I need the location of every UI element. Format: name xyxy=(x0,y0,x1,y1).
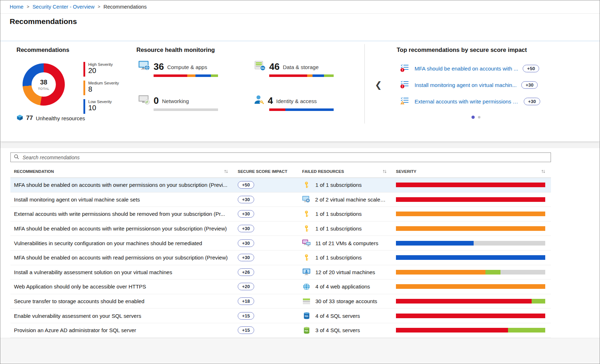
health-label: Identity & access xyxy=(276,98,316,105)
top-recommendation-link[interactable]: Install monitoring agent on virtual mach… xyxy=(415,82,517,88)
data-storage-icon: SQL xyxy=(254,60,266,71)
web-app-icon xyxy=(302,283,311,290)
severity-cell xyxy=(396,197,551,202)
bar-segment xyxy=(187,74,195,77)
secure-score-cell: +30 xyxy=(233,196,300,203)
column-header-failed-resources[interactable]: FAILED RESOURCES xyxy=(300,169,396,174)
table-row[interactable]: Install a vulnerability assessment solut… xyxy=(10,265,551,280)
failed-resources-cell: 1 of 1 subscriptions xyxy=(300,225,396,232)
svg-text:SQL: SQL xyxy=(261,67,265,69)
bar-segment xyxy=(396,226,545,231)
bar-segment xyxy=(396,197,545,202)
failed-resources-text: 11 of 21 VMs & computers xyxy=(315,240,378,246)
resource-health-grid: 36Compute & appsSQL46Data & storage0Netw… xyxy=(138,58,369,111)
table-row[interactable]: Provision an Azure AD administrator for … xyxy=(10,323,551,338)
top-recommendation-link[interactable]: MFA should be enabled on accounts with .… xyxy=(415,65,518,72)
recommendation-cell: MFA should be enabled on accounts with w… xyxy=(10,225,233,232)
dashboard: Recommendations 38 TOTAL High Severity20… xyxy=(0,41,600,142)
donut-total: 38 xyxy=(40,79,47,86)
failed-resources-cell: 1 of 1 subscriptions xyxy=(300,210,396,218)
bar-segment xyxy=(532,299,545,304)
legend-item-medium-severity: Medium Severity8 xyxy=(83,81,119,95)
unhealthy-label: Unhealthy resources xyxy=(36,115,85,121)
severity-cell xyxy=(396,299,551,304)
severity-donut-chart: 38 TOTAL xyxy=(23,63,65,106)
secure-score-cell: +30 xyxy=(233,239,300,247)
severity-legend: High Severity20Medium Severity8Low Sever… xyxy=(83,62,119,118)
bar-segment xyxy=(195,74,211,77)
severity-bar xyxy=(396,270,545,275)
carousel-prev-button[interactable]: ❮ xyxy=(373,78,383,91)
failed-resources-text: 30 of 33 storage accounts xyxy=(315,298,377,304)
severity-cell xyxy=(396,270,551,275)
secure-score-pill: +30 xyxy=(238,225,254,232)
bar-segment xyxy=(269,108,285,111)
bar-segment xyxy=(474,241,545,246)
secure-score-pill: +30 xyxy=(238,196,254,203)
breadcrumb-separator: > xyxy=(98,4,100,9)
column-header-severity[interactable]: SEVERITY xyxy=(396,169,551,174)
breadcrumb: Home>Security Center - Overview>Recommen… xyxy=(0,0,600,14)
health-severity-bar xyxy=(269,108,334,111)
health-count: 36 xyxy=(154,62,164,71)
failed-resources-text: 3 of 4 SQL servers xyxy=(315,327,360,333)
legend-value: 10 xyxy=(88,104,112,112)
top-recommendation-link[interactable]: External accounts with write permissions… xyxy=(415,98,519,105)
secure-score-pill: +20 xyxy=(238,283,254,290)
table-row[interactable]: Install monitoring agent on virtual mach… xyxy=(10,193,551,207)
health-label: Data & storage xyxy=(283,64,319,71)
table-row[interactable]: External accounts with write permissions… xyxy=(10,207,551,222)
table-header: RECOMMENDATIONSECURE SCORE IMPACTFAILED … xyxy=(10,165,551,178)
severity-bar xyxy=(396,241,545,246)
search-input[interactable] xyxy=(22,154,547,161)
breadcrumb-link-security-center-overview[interactable]: Security Center - Overview xyxy=(33,4,95,10)
column-header-recommendation[interactable]: RECOMMENDATION xyxy=(10,169,233,174)
legend-label: High Severity xyxy=(88,62,113,67)
breadcrumb-link-home[interactable]: Home xyxy=(10,4,24,10)
sql-server-icon: SQL xyxy=(302,312,311,319)
health-item-networking: 0Networking xyxy=(138,92,254,111)
failed-resources-cell: SQL3 of 4 SQL servers xyxy=(300,327,396,334)
table-row[interactable]: Web Application should only be accessibl… xyxy=(10,280,551,294)
severity-cell xyxy=(396,212,551,216)
health-label: Networking xyxy=(162,98,189,105)
secure-score-cell: +26 xyxy=(233,268,300,276)
page-footer-area xyxy=(0,338,600,363)
legend-value: 8 xyxy=(88,85,119,93)
health-severity-bar xyxy=(269,74,334,77)
health-label: Compute & apps xyxy=(167,64,207,71)
health-count: 0 xyxy=(154,96,159,105)
secure-score-pill: +18 xyxy=(238,297,254,305)
carousel-dot-1[interactable] xyxy=(471,116,475,119)
recommendations-table: RECOMMENDATIONSECURE SCORE IMPACTFAILED … xyxy=(10,152,551,338)
recommendation-cell: Secure transfer to storage accounts shou… xyxy=(10,298,233,304)
vm-icon xyxy=(302,268,311,276)
health-severity-bar xyxy=(154,74,218,77)
secure-score-pill: +30 xyxy=(238,254,254,261)
legend-color-bar xyxy=(83,99,85,114)
page-header: Recommendations xyxy=(0,14,600,41)
severity-bar xyxy=(396,299,545,304)
recommendation-cell: Provision an Azure AD administrator for … xyxy=(10,327,233,333)
severity-bar xyxy=(396,284,545,289)
table-row[interactable]: MFA should be enabled on accounts with o… xyxy=(10,178,551,193)
carousel-dot-2[interactable] xyxy=(478,116,480,118)
breadcrumb-separator: > xyxy=(27,4,29,9)
column-header-secure-score-impact[interactable]: SECURE SCORE IMPACT xyxy=(233,169,300,174)
table-row[interactable]: Enable vulnerability assessment on your … xyxy=(10,309,551,323)
severity-cell xyxy=(396,284,551,289)
sort-icon xyxy=(224,169,228,174)
unhealthy-count: 77 xyxy=(26,115,33,122)
legend-color-bar xyxy=(83,62,85,77)
table-row[interactable]: Secure transfer to storage accounts shou… xyxy=(10,294,551,309)
table-row[interactable]: MFA should be enabled on accounts with w… xyxy=(10,222,551,236)
recommendation-cell: Install monitoring agent on virtual mach… xyxy=(10,196,233,203)
table-row[interactable]: Vulnerabilities in security configuratio… xyxy=(10,236,551,251)
vm-computer-icon xyxy=(302,239,311,247)
failed-resources-cell: 2 of 2 virtual machine scale s... xyxy=(300,196,396,203)
secure-score-cell: +30 xyxy=(233,254,300,261)
table-body: MFA should be enabled on accounts with o… xyxy=(10,178,551,338)
table-row[interactable]: MFA should be enabled on accounts with r… xyxy=(10,251,551,265)
vmss-icon xyxy=(302,196,310,203)
column-label: SECURE SCORE IMPACT xyxy=(238,169,287,174)
